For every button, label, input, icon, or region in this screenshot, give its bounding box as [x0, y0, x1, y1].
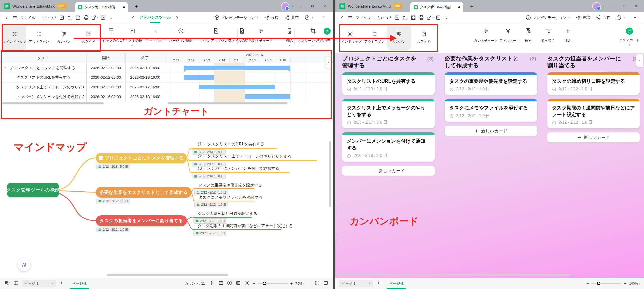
kanban-card[interactable]: タスクリストのURLを共有する 2/12 - 2/13 : 2.0 日: [342, 72, 435, 95]
task-check-button[interactable]: [100, 14, 106, 22]
zoom-in-button[interactable]: +: [290, 281, 293, 286]
horizontal-scrollbar[interactable]: [107, 274, 228, 276]
vertical-scrollbar[interactable]: [329, 141, 331, 207]
zoom-out-button[interactable]: −: [253, 281, 255, 286]
view-tab-mindmap[interactable]: マインドマップ: [338, 26, 362, 50]
gantt-task-name[interactable]: タスクリスト上でメッセージのやりとりをする: [16, 82, 84, 92]
kanban-card[interactable]: タスクリスト上でメッセージのやりとりをする 2/13 - 2/17 : 3.0 …: [342, 99, 435, 128]
help-button[interactable]: ▾: [616, 15, 625, 20]
presentation-button[interactable]: プレゼンテーション▾: [526, 15, 570, 20]
more-tools-button[interactable]: ⌄: [108, 14, 114, 22]
undo-button[interactable]: ▾: [42, 14, 49, 22]
document-tab[interactable]: タスク管...ルの機能: [75, 2, 128, 12]
maximize-button[interactable]: [308, 2, 317, 10]
mindmap-child-node[interactable]: （3） メンバーにメンションを付けて通知する: [195, 166, 279, 171]
save-button[interactable]: [75, 14, 81, 22]
maximize-button[interactable]: [619, 2, 629, 10]
print-button[interactable]: [83, 14, 90, 22]
page-dropdown[interactable]: ページ-1▾: [22, 280, 56, 287]
back-icon[interactable]: [339, 14, 345, 22]
minimize-button[interactable]: [295, 2, 305, 10]
view-tab-outline[interactable]: アウトライン: [27, 26, 51, 50]
gantt-task-name[interactable]: タスクリストのURLを共有する: [16, 73, 71, 82]
mindmap-branch-node[interactable]: 必要な作業をタスクリストとして作成する: [96, 187, 191, 198]
split-view-icon[interactable]: [323, 280, 328, 287]
redo-button[interactable]: [51, 14, 57, 22]
presentation-mode-icon[interactable]: [227, 280, 232, 287]
zoom-slider[interactable]: [258, 283, 288, 284]
zoom-slider[interactable]: [591, 283, 621, 284]
new-document-button[interactable]: [59, 14, 65, 22]
account-avatar[interactable]: [281, 2, 289, 10]
new-tab-button[interactable]: [133, 3, 140, 10]
new-document-button[interactable]: [394, 14, 401, 22]
undo-button[interactable]: ▾: [377, 14, 384, 22]
add-card-button[interactable]: 新しいカード: [547, 132, 640, 142]
mindmap-child-node[interactable]: （2） タスクリスト上でメッセージのやりとりをする: [195, 154, 292, 159]
gantt-bar[interactable]: [184, 75, 214, 80]
account-avatar[interactable]: [592, 2, 601, 10]
mindmap-root-node[interactable]: タスク管理ツールの機能: [7, 183, 59, 197]
page-dropdown[interactable]: ページ-1▾: [339, 280, 373, 287]
kanban-card[interactable]: タスクの重要度や優先度を設定する 2/12 - 2/12 : 1.0 日: [445, 72, 537, 95]
export-share-button[interactable]: ▾: [91, 14, 98, 22]
open-button[interactable]: [402, 14, 409, 22]
mindmap-child-node[interactable]: タスクにメモやファイルを添付する: [199, 195, 263, 200]
file-menu[interactable]: ファイル: [20, 15, 35, 20]
view-tab-mindmap[interactable]: マインドマップ: [3, 26, 26, 50]
mindmap-branch-node[interactable]: プロジェクトごとにタスクを管理する: [96, 153, 187, 163]
side-panel-icon[interactable]: [13, 280, 19, 287]
kanban-card[interactable]: タスクにメモやファイルを添付する 2/12 - 2/12 : 1.0 日: [445, 99, 537, 122]
main-menu-icon[interactable]: [347, 14, 353, 22]
more-tools-button[interactable]: ⌄: [443, 14, 450, 22]
mindmap-child-node[interactable]: タスクの重要度や優先度を設定する: [199, 183, 262, 188]
mouse-mode-icon[interactable]: [210, 280, 215, 287]
kanban-collapse-button[interactable]: ‹: [636, 54, 643, 67]
view-tab-kanban[interactable]: カンバン: [387, 26, 411, 50]
export-share-button[interactable]: ▾: [426, 14, 434, 22]
main-menu-icon[interactable]: [11, 14, 18, 22]
kanban-card[interactable]: タスクの締め切り日時を設定する 2/12 - 2/12 : 1.0 日: [547, 72, 640, 95]
mindmap-branch-node[interactable]: タスクの担当者をメンバーに割り当てる: [96, 215, 187, 226]
toolbar-item-6[interactable]: ガントチャート ▾: [246, 28, 276, 47]
share-button[interactable]: 共有: [284, 15, 299, 20]
view-tab-kanban[interactable]: カンバン: [52, 26, 76, 50]
collapse-ribbon-button[interactable]: [320, 14, 327, 22]
collapse-ribbon-button[interactable]: [632, 14, 638, 22]
fit-view-icon[interactable]: [244, 280, 250, 287]
outline-panel-icon[interactable]: [4, 280, 10, 287]
next-ribbon-icon[interactable]: [174, 14, 180, 22]
close-button[interactable]: [320, 2, 329, 10]
print-button[interactable]: [418, 14, 425, 22]
kanban-card[interactable]: メンバーにメンションを付けて通知する 2/16 - 2/18 : 3.0 日: [342, 132, 435, 162]
kanban-card[interactable]: タスク期限の１週間前や前日などにアラート設定する 2/12 - 2/12 : 1…: [547, 99, 640, 128]
mindmap-child-node[interactable]: タスク期限の１週間前や前日などにアラート設定する: [197, 223, 293, 228]
horizontal-scrollbar[interactable]: [337, 274, 570, 276]
post-button[interactable]: 投稿: [264, 15, 278, 20]
file-menu[interactable]: ファイル: [356, 15, 371, 20]
account-caret-icon[interactable]: ▾: [292, 5, 293, 7]
add-page-button[interactable]: [59, 281, 64, 286]
add-card-button[interactable]: 新しいカード: [445, 126, 537, 136]
zoom-out-button[interactable]: −: [586, 281, 589, 286]
gantt-task-name[interactable]: メンバーにメンションを付けて通知する: [16, 92, 84, 102]
card-view-icon[interactable]: [236, 280, 241, 287]
add-page-button[interactable]: [376, 281, 381, 286]
view-tab-outline[interactable]: アウトライン: [362, 26, 386, 50]
close-button[interactable]: [631, 2, 641, 10]
page-tab[interactable]: ページ-1: [389, 281, 403, 286]
save-button[interactable]: [410, 14, 417, 22]
share-button[interactable]: 共有: [596, 15, 610, 20]
task-check-button[interactable]: [435, 14, 441, 22]
toolbar-item-4[interactable]: 挿入: [553, 28, 583, 43]
toolbar-item-4[interactable]: バックアップセンタ: [201, 28, 231, 43]
page-tab[interactable]: ページ-1: [72, 281, 86, 286]
document-tab[interactable]: タスク管...ルの機能: [410, 2, 463, 12]
page-mode-icon[interactable]: [218, 280, 224, 287]
collapse-chevron-icon[interactable]: [3, 65, 7, 70]
advanced-tools-tab[interactable]: アドバンスツール: [139, 15, 170, 20]
gantt-bar[interactable]: [184, 66, 290, 70]
mindmap-child-node[interactable]: タスクの締め切り日時を設定する: [197, 211, 257, 216]
gantt-table-hscroll[interactable]: [2, 102, 104, 104]
toolbar-item-5[interactable]: エクスポート ▾: [614, 28, 644, 46]
